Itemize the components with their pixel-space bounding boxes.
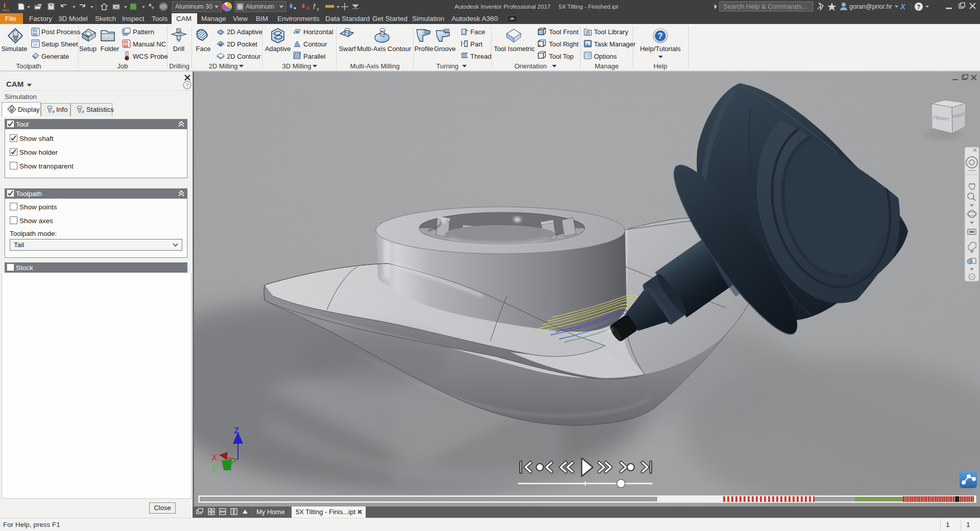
svg-text:Simulate: Simulate	[2, 45, 28, 53]
svg-text:Manual NC: Manual NC	[133, 40, 166, 48]
svg-text:Inspect: Inspect	[122, 15, 145, 22]
svg-text:?: ?	[185, 82, 188, 88]
svg-text:Tool Isometric: Tool Isometric	[494, 45, 535, 53]
svg-text:?: ?	[658, 32, 663, 40]
svg-text:G3: G3	[124, 44, 128, 47]
svg-text:My Home: My Home	[256, 508, 285, 516]
svg-text:2D Adaptive: 2D Adaptive	[227, 28, 262, 36]
svg-text:Setup: Setup	[79, 45, 97, 53]
svg-text:%: %	[586, 42, 589, 45]
svg-text:2D Pocket: 2D Pocket	[227, 40, 257, 48]
svg-text:Tool Front: Tool Front	[549, 28, 579, 36]
svg-text:Groove: Groove	[434, 45, 456, 53]
svg-text:5X Tilting - Finished.ipt: 5X Tilting - Finished.ipt	[559, 4, 618, 10]
svg-text:Factory: Factory	[29, 15, 52, 22]
svg-text:Turning: Turning	[436, 62, 459, 70]
svg-text:Tool Library: Tool Library	[594, 28, 629, 36]
svg-text:X: X	[211, 453, 218, 463]
svg-text:Help/Tutorials: Help/Tutorials	[640, 45, 681, 53]
svg-text:Get Started: Get Started	[372, 15, 408, 22]
svg-text:#: #	[82, 109, 84, 114]
svg-text:Manage: Manage	[595, 62, 619, 70]
svg-text:Aluminum: Aluminum	[246, 3, 274, 10]
svg-text:?: ?	[917, 4, 920, 11]
svg-text:Pattern: Pattern	[133, 28, 154, 36]
svg-text:5X Tilting - Finis...ipt: 5X Tilting - Finis...ipt	[296, 508, 355, 516]
svg-text:Tools: Tools	[152, 15, 168, 22]
svg-text:Drilling: Drilling	[169, 62, 189, 70]
svg-text:Tool Right: Tool Right	[549, 40, 579, 48]
svg-text:Multi-Axis Contour: Multi-Axis Contour	[357, 45, 412, 53]
svg-text:3D Model: 3D Model	[58, 15, 88, 22]
svg-text:Post Process: Post Process	[41, 28, 81, 36]
svg-text:Y: Y	[211, 465, 217, 474]
svg-text:x: x	[316, 7, 319, 12]
svg-text:Environments: Environments	[277, 15, 320, 22]
svg-text:Multi-Axis Milling: Multi-Axis Milling	[350, 62, 400, 70]
svg-text:Folder: Folder	[101, 45, 120, 53]
svg-text:Autodesk Inventor Professional: Autodesk Inventor Professional 2017	[455, 4, 551, 10]
svg-text:Horizontal: Horizontal	[303, 28, 333, 36]
svg-text:Swarf: Swarf	[339, 45, 356, 53]
svg-text:Profile: Profile	[415, 45, 434, 53]
svg-text:Toolpath: Toolpath	[16, 62, 41, 70]
svg-text:Simulation: Simulation	[412, 15, 444, 22]
svg-text:Generate: Generate	[41, 53, 69, 60]
svg-text:3D Milling: 3D Milling	[282, 62, 311, 70]
svg-text:Face: Face	[470, 28, 485, 36]
svg-text:2D Contour: 2D Contour	[227, 53, 261, 60]
svg-text:Data Standard: Data Standard	[325, 15, 370, 22]
svg-text:X: X	[900, 2, 906, 11]
svg-text:WCS Probe: WCS Probe	[133, 53, 168, 60]
svg-text:CAM: CAM	[176, 15, 192, 22]
svg-text:Parallel: Parallel	[303, 53, 325, 60]
svg-text:File: File	[5, 15, 16, 22]
svg-text:BIM: BIM	[256, 15, 268, 22]
svg-text:Autodesk A360: Autodesk A360	[451, 15, 498, 22]
svg-text:Search Help & Commands...: Search Help & Commands...	[723, 3, 807, 10]
svg-text:Face: Face	[196, 45, 211, 53]
svg-text:Job: Job	[117, 62, 128, 70]
svg-text:Thread: Thread	[470, 53, 491, 60]
svg-text:Options: Options	[594, 53, 617, 60]
svg-text:Part: Part	[470, 40, 483, 48]
svg-text:PRO: PRO	[2, 9, 9, 12]
svg-text:Aluminum 30: Aluminum 30	[175, 3, 212, 10]
svg-text:Task Manager: Task Manager	[594, 40, 636, 48]
svg-text:Contour: Contour	[303, 40, 327, 48]
svg-text:I: I	[4, 2, 6, 9]
svg-text:Z: Z	[234, 426, 239, 436]
svg-text:Help: Help	[654, 62, 667, 70]
svg-text:#: #	[52, 109, 55, 114]
svg-text:Adaptive: Adaptive	[265, 45, 291, 53]
svg-text:goran@prior.hr: goran@prior.hr	[849, 3, 892, 10]
svg-text:G2: G2	[33, 32, 37, 36]
svg-text:Tool Top: Tool Top	[549, 53, 573, 60]
svg-text:View: View	[233, 15, 248, 22]
svg-text:2D Milling: 2D Milling	[208, 62, 237, 70]
svg-text:Drill: Drill	[173, 45, 184, 53]
svg-text:Sketch: Sketch	[95, 15, 116, 22]
svg-text:Manage: Manage	[201, 15, 226, 22]
svg-text:Orientation: Orientation	[514, 62, 547, 70]
svg-text:Setup Sheet: Setup Sheet	[41, 40, 78, 48]
